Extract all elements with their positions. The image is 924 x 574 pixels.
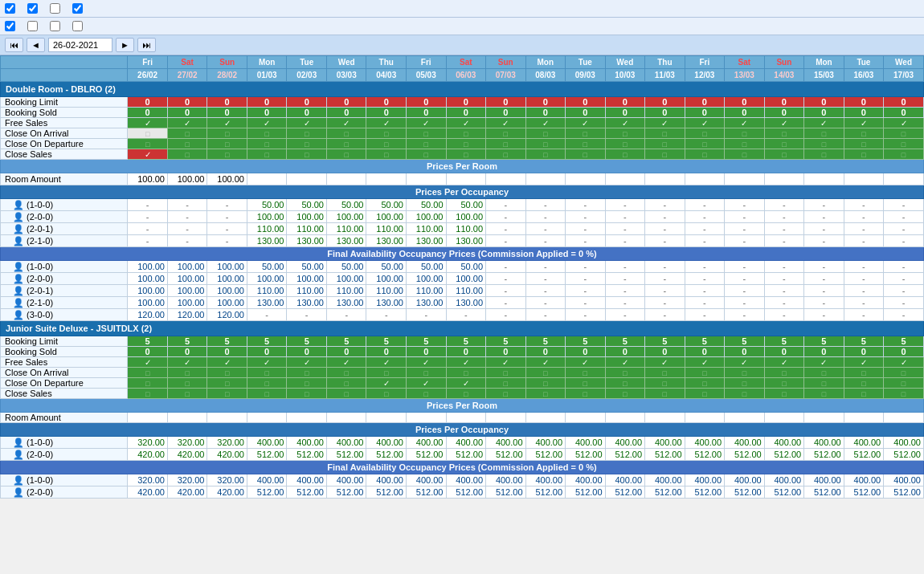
final-price-row: 👤 (2-0-0)100.00100.00100.00100.00100.001… <box>1 273 924 285</box>
col-sat-3: Sat <box>725 56 765 69</box>
final-price-row: 👤 (2-0-1)100.00100.00100.00110.00110.001… <box>1 285 924 297</box>
prices-per-room-header: Prices Per Room <box>1 399 924 413</box>
free-sales-row: Free Sales✓✓✓✓✓✓✓✓✓✓✓✓✓✓✓✓✓✓✓✓ <box>1 357 924 368</box>
nav-next-button[interactable]: ► <box>116 38 134 52</box>
col-sat-2: Sat <box>446 56 486 69</box>
final-price-row: 👤 (1-0-0)100.00100.00100.0050.0050.0050.… <box>1 261 924 273</box>
col-thu-1: Thu <box>366 56 407 69</box>
col-wed-3: Wed <box>884 56 924 69</box>
free-sales-row: Free Sales✓✓✓✓✓✓✓✓✓✓✓✓✓✓✓✓✓✓✓✓ <box>1 118 924 128</box>
date-16-03: 16/03 <box>844 69 884 82</box>
date-26-02: 26/02 <box>128 69 168 82</box>
final-occupancies-checkbox[interactable] <box>5 21 15 31</box>
date-04-03: 04/03 <box>366 69 407 82</box>
room-amount-row: Room Amount100.00100.00100.00 <box>1 173 924 185</box>
col-sun-2: Sun <box>486 56 526 69</box>
navigation-bar: ⏮ ◄ ► ⏭ <box>0 35 924 55</box>
occ-price-row: 👤 (2-0-1)---110.00110.00110.00110.00110.… <box>1 223 924 235</box>
col-sat-1: Sat <box>167 56 207 69</box>
date-11-03: 11/03 <box>645 69 685 82</box>
standard-occupancy-checkbox-label[interactable] <box>50 3 63 14</box>
derived-rates-checkbox-label[interactable] <box>50 21 63 31</box>
room-header-row: Double Room - DBLRO (2) <box>1 82 924 97</box>
occupancies-amounts-checkbox[interactable] <box>72 3 83 14</box>
supplements-board-checkbox-label[interactable] <box>27 21 40 31</box>
close-on-arrival-row: Close On Arrival□□□□□□□□□□□□□□□□□□□□ <box>1 128 924 139</box>
col-wed-1: Wed <box>326 56 366 69</box>
nav-first-button[interactable]: ⏮ <box>5 38 23 52</box>
room-amounts-checkbox[interactable] <box>27 3 38 14</box>
col-tue-1: Tue <box>287 56 327 69</box>
date-12-03: 12/03 <box>685 69 725 82</box>
standard-occupancy-checkbox[interactable] <box>50 3 60 14</box>
col-mon-2: Mon <box>525 56 566 69</box>
occ-price-row: 👤 (1-0-0)320.00320.00320.00400.00400.004… <box>1 437 924 449</box>
occ-price-row: 👤 (2-1-0)---130.00130.00130.00130.00130.… <box>1 235 924 247</box>
col-sun-1: Sun <box>207 56 247 69</box>
date-label-cell <box>1 69 128 82</box>
day-header-row: Fri Sat Sun Mon Tue Wed Thu Fri Sat Sun … <box>1 56 924 69</box>
offers-checkbox-label[interactable] <box>72 21 85 31</box>
date-28-02: 28/02 <box>207 69 247 82</box>
nav-last-button[interactable]: ⏭ <box>137 38 156 52</box>
conditions-checkbox[interactable] <box>5 3 15 14</box>
conditions-checkbox-label[interactable] <box>5 3 18 14</box>
occ-price-row: 👤 (2-0-0)---100.00100.00100.00100.00100.… <box>1 211 924 223</box>
occupancies-amounts-checkbox-label[interactable] <box>72 3 85 14</box>
close-sales-row: Close Sales□□□□□□□□□□□□□□□□□□□□ <box>1 389 924 399</box>
col-wed-2: Wed <box>605 56 645 69</box>
final-price-row: 👤 (2-1-0)100.00100.00100.00130.00130.001… <box>1 297 924 309</box>
date-13-03: 13/03 <box>725 69 765 82</box>
booking-sold-row: Booking Sold00000000000000000000 <box>1 108 924 118</box>
date-02-03: 02/03 <box>287 69 327 82</box>
room-amount-row: Room Amount <box>1 413 924 423</box>
data-table: Fri Sat Sun Mon Tue Wed Thu Fri Sat Sun … <box>0 55 924 499</box>
header-label-cell <box>1 56 128 69</box>
date-14-03: 14/03 <box>764 69 804 82</box>
prices-per-room-header: Prices Per Room <box>1 160 924 173</box>
col-mon-1: Mon <box>247 56 287 69</box>
close-on-departure-row: Close On Departure□□□□□□✓✓✓□□□□□□□□□□□ <box>1 378 924 389</box>
final-price-row: 👤 (3-0-0)120.00120.00120.00-------------… <box>1 309 924 321</box>
offers-checkbox[interactable] <box>72 21 83 31</box>
date-input[interactable] <box>48 38 112 52</box>
date-06-03: 06/03 <box>446 69 486 82</box>
close-sales-row: Close Sales✓□□□□□□□□□□□□□□□□□□□ <box>1 149 924 160</box>
date-05-03: 05/03 <box>406 69 446 82</box>
nav-prev-button[interactable]: ◄ <box>27 38 45 52</box>
final-price-row: 👤 (2-0-0)420.00420.00420.00512.00512.005… <box>1 486 924 499</box>
col-mon-3: Mon <box>804 56 844 69</box>
final-avail-header: Final Availability Occupancy Prices (Com… <box>1 247 924 261</box>
col-thu-2: Thu <box>645 56 685 69</box>
col-fri-1: Fri <box>128 56 168 69</box>
occ-price-row: 👤 (2-0-0)420.00420.00420.00512.00512.005… <box>1 449 924 461</box>
derived-rates-checkbox[interactable] <box>50 21 60 31</box>
date-03-03: 03/03 <box>326 69 366 82</box>
date-15-03: 15/03 <box>804 69 844 82</box>
final-occupancies-checkbox-label[interactable] <box>5 21 18 31</box>
booking-limit-row: Booking Limit55555555555555555555 <box>1 336 924 347</box>
prices-per-occupancy-header: Prices Per Occupancy <box>1 423 924 437</box>
date-header-row: 26/02 27/02 28/02 01/03 02/03 03/03 04/0… <box>1 69 924 82</box>
close-on-departure-row: Close On Departure□□□□□□□□□□□□□□□□□□□□ <box>1 139 924 149</box>
col-fri-3: Fri <box>685 56 725 69</box>
room-header-row: Junior Suite Deluxe - JSUITDLX (2) <box>1 321 924 336</box>
supplements-board-checkbox[interactable] <box>27 21 38 31</box>
main-grid: Fri Sat Sun Mon Tue Wed Thu Fri Sat Sun … <box>0 55 924 499</box>
booking-sold-row: Booking Sold00000000000000000000 <box>1 347 924 357</box>
room-amounts-checkbox-label[interactable] <box>27 3 40 14</box>
col-sun-3: Sun <box>764 56 804 69</box>
date-27-02: 27/02 <box>167 69 207 82</box>
date-01-03: 01/03 <box>247 69 287 82</box>
final-avail-header: Final Availability Occupancy Prices (Com… <box>1 461 924 474</box>
col-tue-2: Tue <box>566 56 606 69</box>
close-on-arrival-row: Close On Arrival□□□□□□□□□□□□□□□□□□□□ <box>1 368 924 378</box>
prices-per-occupancy-header: Prices Per Occupancy <box>1 185 924 199</box>
booking-limit-row: Booking Limit00000000000000000000 <box>1 97 924 108</box>
date-17-03: 17/03 <box>884 69 924 82</box>
date-10-03: 10/03 <box>605 69 645 82</box>
col-fri-2: Fri <box>406 56 446 69</box>
date-07-03: 07/03 <box>486 69 526 82</box>
final-price-row: 👤 (1-0-0)320.00320.00320.00400.00400.004… <box>1 474 924 486</box>
date-09-03: 09/03 <box>566 69 606 82</box>
